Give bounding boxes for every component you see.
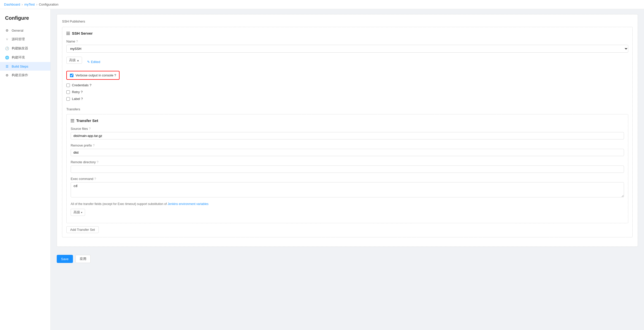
verbose-label[interactable]: Verbose output in console ? (75, 73, 116, 77)
remove-prefix-help-icon[interactable]: ? (93, 144, 95, 147)
list-icon: ☰ (5, 64, 9, 68)
source-files-label: Source files ? (71, 127, 624, 131)
sidebar-item-general[interactable]: ⚙ General (0, 26, 50, 35)
edited-link[interactable]: ✎ Edited (87, 60, 100, 64)
name-label: Name ? (66, 39, 628, 43)
ssh-publishers-label: SSH Publishers (62, 19, 633, 23)
exec-command-label: Exec command ? (71, 177, 624, 181)
sidebar-label-post-build: 构建后操作 (12, 73, 28, 77)
sidebar-item-source[interactable]: ⑂ 源码管理 (0, 35, 50, 44)
save-button[interactable]: Save (57, 255, 73, 263)
source-files-input[interactable] (71, 132, 624, 139)
label-help-icon[interactable]: ? (81, 97, 83, 101)
transfer-set-card: Transfer Set Source files ? Remove pre (66, 114, 628, 223)
verbose-checkbox[interactable] (70, 74, 73, 77)
gear-icon: ⚙ (5, 28, 9, 32)
breadcrumb: Dashboard › myTest › Configuration (0, 0, 644, 9)
clock-icon: 🕐 (5, 46, 9, 50)
globe-icon: 🌐 (5, 55, 9, 59)
remote-directory-help-icon[interactable]: ? (97, 160, 99, 164)
ssh-publishers-card: SSH Publishers SSH Server Name ? mySSH (57, 14, 638, 247)
sidebar-title: Configure (0, 13, 50, 26)
ssh-server-header: SSH Server (66, 31, 628, 35)
settings-icon: ⚙ (5, 73, 9, 77)
label-label[interactable]: Label ? (72, 97, 83, 101)
pencil-icon: ✎ (87, 60, 90, 64)
remove-prefix-input[interactable] (71, 149, 624, 156)
remote-directory-label: Remote directory ? (71, 160, 624, 164)
sidebar-item-build-steps[interactable]: ☰ Build Steps (0, 62, 50, 71)
chevron-up-icon: ▲ (77, 59, 79, 62)
retry-checkbox[interactable] (66, 90, 70, 94)
retry-label[interactable]: Retry ? (72, 90, 83, 94)
branch-icon: ⑂ (5, 37, 9, 41)
label-checkbox-item: Label ? (66, 95, 628, 102)
drag-handle-icon (66, 32, 70, 35)
credentials-checkbox[interactable] (66, 84, 70, 87)
breadcrumb-mytest[interactable]: myTest (24, 3, 35, 6)
remote-directory-row: Remote directory ? (71, 160, 624, 173)
advanced-toggle-row: 高级 ▲ ✎ Edited (66, 57, 628, 67)
advanced-toggle-button[interactable]: 高级 ▲ (66, 57, 82, 64)
exec-command-textarea[interactable]: cd (71, 182, 624, 197)
sidebar-item-post-build[interactable]: ⚙ 构建后操作 (0, 71, 50, 80)
transfer-advanced-toggle[interactable]: 高级 ▾ (71, 209, 85, 216)
sidebar-label-source: 源码管理 (12, 37, 25, 42)
transfer-set-header: Transfer Set (71, 118, 624, 123)
retry-checkbox-item: Retry ? (66, 89, 628, 95)
remove-prefix-label: Remove prefix ? (71, 143, 624, 147)
source-files-row: Source files ? (71, 127, 624, 139)
label-checkbox[interactable] (66, 97, 70, 101)
breadcrumb-current: Configuration (39, 3, 58, 6)
sidebar-label-triggers: 构建触发器 (12, 46, 28, 51)
main-content: SSH Publishers SSH Server Name ? mySSH (51, 9, 644, 330)
source-files-help-icon[interactable]: ? (89, 127, 91, 131)
sidebar-label-env: 构建环境 (12, 55, 25, 60)
apply-button[interactable]: 应用 (75, 255, 91, 263)
jenkins-env-vars-link[interactable]: Jenkins environment variables (168, 202, 208, 206)
name-select[interactable]: mySSH (66, 45, 628, 53)
add-transfer-set-button[interactable]: Add Transfer Set (66, 226, 99, 233)
transfers-label: Transfers (66, 107, 628, 111)
footer-actions: Save 应用 (57, 251, 638, 265)
credentials-checkbox-item: Credentials ? (66, 82, 628, 89)
exec-command-help-icon[interactable]: ? (94, 177, 96, 181)
transfer-drag-icon (71, 119, 74, 122)
retry-help-icon[interactable]: ? (81, 90, 83, 94)
exec-command-row: Exec command ? cd (71, 177, 624, 198)
remote-directory-input[interactable] (71, 166, 624, 173)
sidebar-label-general: General (12, 29, 23, 32)
credentials-help-icon[interactable]: ? (90, 83, 91, 87)
remove-prefix-row: Remove prefix ? (71, 143, 624, 156)
transfer-chevron-down-icon: ▾ (81, 211, 82, 214)
sidebar: Configure ⚙ General ⑂ 源码管理 🕐 构建触发器 🌐 构建环… (0, 9, 51, 330)
breadcrumb-dashboard[interactable]: Dashboard (4, 3, 20, 6)
transfers-section: Transfers Transfer Set Source files ? (66, 107, 628, 233)
info-text: All of the transfer fields (except for E… (71, 202, 624, 206)
sidebar-label-build-steps: Build Steps (12, 65, 28, 68)
name-field-row: Name ? mySSH (66, 39, 628, 53)
sidebar-item-env[interactable]: 🌐 构建环境 (0, 53, 50, 62)
ssh-server-section: SSH Server Name ? mySSH 高级 ▲ (62, 27, 633, 237)
verbose-checkbox-container: Verbose output in console ? (66, 71, 120, 80)
credentials-label[interactable]: Credentials ? (72, 83, 91, 87)
name-help-icon[interactable]: ? (76, 40, 78, 43)
verbose-help-icon[interactable]: ? (114, 73, 116, 77)
sidebar-item-triggers[interactable]: 🕐 构建触发器 (0, 44, 50, 53)
